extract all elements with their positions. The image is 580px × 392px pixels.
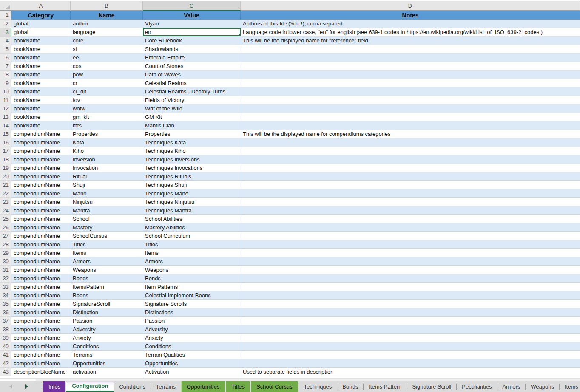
column-header-D[interactable]: D [241, 1, 580, 11]
cell-B26[interactable]: Mastery [71, 223, 143, 232]
row-header-23[interactable]: 23 [0, 198, 11, 206]
cell-A13[interactable]: bookName [11, 113, 71, 121]
cell-B31[interactable]: Weapons [71, 266, 143, 274]
cell-A29[interactable]: compendiumName [11, 249, 71, 257]
cell-C37[interactable]: Passion [143, 317, 241, 325]
cell-B30[interactable]: Armors [71, 257, 143, 266]
sheet-tab-weapons[interactable]: Weapons [526, 381, 559, 392]
cell-A40[interactable]: compendiumName [11, 342, 71, 351]
cell-C4[interactable]: Core Rulebook [143, 37, 241, 45]
cell-C15[interactable]: Properties [143, 130, 241, 138]
cell-A28[interactable]: compendiumName [11, 240, 71, 249]
cell-D21[interactable] [241, 181, 580, 189]
cell-A42[interactable]: compendiumName [11, 359, 71, 368]
cell-B34[interactable]: Boons [71, 291, 143, 300]
cell-C6[interactable]: Emerald Empire [143, 54, 241, 62]
cell-A41[interactable]: compendiumName [11, 351, 71, 359]
sheet-tab-school-cursus[interactable]: School Cursus [251, 381, 298, 392]
cell-C23[interactable]: Techniques Ninjutsu [143, 198, 241, 206]
cell-C2[interactable]: Vlyan [143, 20, 241, 28]
cell-B32[interactable]: Bonds [71, 274, 143, 283]
cell-C8[interactable]: Path of Waves [143, 71, 241, 79]
cell-C3[interactable]: en [143, 28, 241, 37]
cell-B8[interactable]: pow [71, 71, 143, 79]
cell-D2[interactable]: Authors of this file (You !), coma separ… [241, 20, 580, 28]
cell-B24[interactable]: Mantra [71, 206, 143, 215]
row-header-36[interactable]: 36 [0, 308, 11, 317]
cell-D28[interactable] [241, 240, 580, 249]
row-header-27[interactable]: 27 [0, 232, 11, 240]
cell-C28[interactable]: Titles [143, 240, 241, 249]
cell-C38[interactable]: Adversity [143, 325, 241, 334]
cell-B1[interactable]: Name [71, 11, 143, 20]
cell-A16[interactable]: compendiumName [11, 138, 71, 147]
row-header-24[interactable]: 24 [0, 206, 11, 215]
cell-B36[interactable]: Distinction [71, 308, 143, 317]
cell-B22[interactable]: Maho [71, 189, 143, 198]
cell-D41[interactable] [241, 351, 580, 359]
cell-B37[interactable]: Passion [71, 317, 143, 325]
cell-A7[interactable]: bookName [11, 62, 71, 71]
cell-B15[interactable]: Properties [71, 130, 143, 138]
cell-D12[interactable] [241, 104, 580, 113]
row-header-20[interactable]: 20 [0, 172, 11, 181]
row-header-22[interactable]: 22 [0, 189, 11, 198]
cell-A19[interactable]: compendiumName [11, 164, 71, 172]
cell-A24[interactable]: compendiumName [11, 206, 71, 215]
cell-C22[interactable]: Techniques Mahõ [143, 189, 241, 198]
row-header-34[interactable]: 34 [0, 291, 11, 300]
cell-B29[interactable]: Items [71, 249, 143, 257]
cell-C13[interactable]: GM Kit [143, 113, 241, 121]
cell-D18[interactable] [241, 155, 580, 164]
cell-C21[interactable]: Techniques Shuji [143, 181, 241, 189]
cell-D16[interactable] [241, 138, 580, 147]
cell-B19[interactable]: Invocation [71, 164, 143, 172]
cell-A38[interactable]: compendiumName [11, 325, 71, 334]
row-header-30[interactable]: 30 [0, 257, 11, 266]
cell-B43[interactable]: activation [71, 368, 143, 376]
cell-A1[interactable]: Category [11, 11, 71, 20]
row-header-18[interactable]: 18 [0, 155, 11, 164]
cell-D14[interactable] [241, 121, 580, 130]
cell-D20[interactable] [241, 172, 580, 181]
sheet-tab-peculiarities[interactable]: Peculiarities [457, 381, 497, 392]
cell-A5[interactable]: bookName [11, 45, 71, 54]
row-header-2[interactable]: 2 [0, 20, 11, 28]
cell-D17[interactable] [241, 147, 580, 155]
column-header-B[interactable]: B [71, 1, 143, 11]
sheet-tab-configuration[interactable]: Configuration [66, 381, 114, 392]
row-header-19[interactable]: 19 [0, 164, 11, 172]
row-header-13[interactable]: 13 [0, 113, 11, 121]
sheet-tab-infos[interactable]: Infos [43, 381, 65, 392]
select-all-corner[interactable] [0, 1, 11, 11]
row-header-32[interactable]: 32 [0, 274, 11, 283]
cell-D24[interactable] [241, 206, 580, 215]
cell-C39[interactable]: Anxiety [143, 334, 241, 342]
cell-C20[interactable]: Techniques Rituals [143, 172, 241, 181]
cell-B14[interactable]: mts [71, 121, 143, 130]
cell-A30[interactable]: compendiumName [11, 257, 71, 266]
row-header-42[interactable]: 42 [0, 359, 11, 368]
cell-A37[interactable]: compendiumName [11, 317, 71, 325]
cell-A36[interactable]: compendiumName [11, 308, 71, 317]
cell-C26[interactable]: Mastery Abilities [143, 223, 241, 232]
cell-A32[interactable]: compendiumName [11, 274, 71, 283]
cell-B33[interactable]: ItemsPattern [71, 283, 143, 291]
cell-D38[interactable] [241, 325, 580, 334]
cell-A8[interactable]: bookName [11, 71, 71, 79]
cell-A26[interactable]: compendiumName [11, 223, 71, 232]
cell-A23[interactable]: compendiumName [11, 198, 71, 206]
cell-D30[interactable] [241, 257, 580, 266]
cell-B16[interactable]: Kata [71, 138, 143, 147]
sheet-tab-conditions[interactable]: Conditions [114, 381, 150, 392]
cell-B5[interactable]: sl [71, 45, 143, 54]
sheet-tab-items[interactable]: Items [560, 381, 580, 392]
row-header-28[interactable]: 28 [0, 240, 11, 249]
cell-D8[interactable] [241, 71, 580, 79]
cell-C25[interactable]: School Abilities [143, 215, 241, 223]
cell-D1[interactable]: Notes [241, 11, 580, 20]
cell-A35[interactable]: compendiumName [11, 300, 71, 308]
cell-D13[interactable] [241, 113, 580, 121]
cell-C42[interactable]: Opportunities [143, 359, 241, 368]
cell-A9[interactable]: bookName [11, 79, 71, 87]
